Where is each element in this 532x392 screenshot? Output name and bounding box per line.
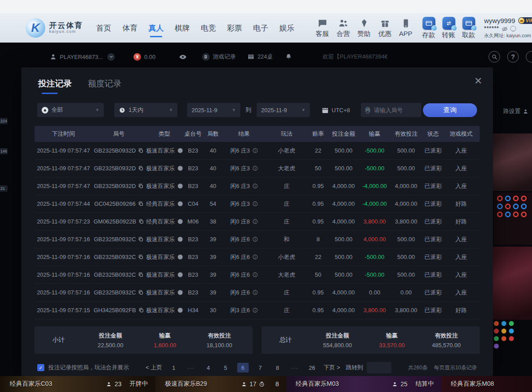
username[interactable]: wywy9999 [484,17,515,24]
table-row[interactable]: 2025-11-09 07:57:16GB2325B0932C极速百家乐B233… [35,231,480,248]
info-icon[interactable] [252,307,258,313]
query-button[interactable]: 查询 [423,103,477,117]
search-icon[interactable] [489,51,500,63]
copy-icon[interactable] [138,236,144,242]
total-box: 总计 投注金额 554,800.00 输赢 33,570.00 有效投注 485… [262,326,480,354]
date-from-select[interactable]: 2025-11-9 ▼ [187,103,240,117]
refresh-balance-icon[interactable] [510,26,516,31]
nav-item-彩票[interactable]: 彩票 [227,20,242,36]
game-category-select[interactable]: ♠ 全部 ▼ [37,103,104,117]
player-menu[interactable]: PLAYER46873... [50,53,103,60]
copy-icon[interactable] [138,183,144,189]
info-icon[interactable] [252,272,258,278]
table-row[interactable]: 2025-11-09 07:57:16GB2325B0932C极速百家乐B233… [35,284,480,302]
merge-checkbox[interactable]: ✓ [37,364,44,371]
page-8[interactable]: 8 [272,363,283,372]
nav-item-体育[interactable]: 体育 [122,20,137,36]
copy-icon[interactable] [138,254,144,260]
date-from-value: 2025-11-9 [192,107,217,114]
jump-page-input[interactable] [367,362,391,373]
round-search-field[interactable]: 局 [361,103,421,117]
wallet-action-取款[interactable]: 取款 [462,17,475,39]
cell-bet-time: 2025-11-09 07:57:15 [35,307,92,314]
prev-page-button[interactable]: < 上页 [146,364,162,372]
copy-icon[interactable] [138,307,144,313]
period-select[interactable]: 1天内 ▼ [114,103,177,117]
cell-bet-amount: 4,000.00 [328,289,359,296]
tab-额度记录[interactable]: 额度记录 [88,78,121,94]
brand-logo[interactable]: K 开云体育 kaiyun.com [26,18,83,38]
nav-item-棋牌[interactable]: 棋牌 [175,20,190,36]
table-row[interactable]: 2025-11-09 07:57:47GB2325B0932D极速百家乐B234… [35,142,480,160]
quick-link-label: 客服 [316,30,329,38]
cell-status: 已派彩 [422,200,444,208]
settings-icon[interactable] [526,51,532,63]
quick-link-合营[interactable]: 合营 [336,18,350,38]
person-icon [50,53,57,60]
copy-icon[interactable] [138,272,144,278]
page-1[interactable]: 1 [168,363,180,372]
total-winloss-label: 输赢 [386,332,398,340]
quick-link-APP[interactable]: APP [399,18,412,38]
column-header: 游戏模式 [444,130,478,138]
info-icon[interactable] [252,290,258,295]
info-icon[interactable] [252,183,258,189]
nav-item-电子[interactable]: 电子 [253,20,268,36]
cell-round-no: 39 [203,271,223,278]
live-table-tile[interactable]: 极速百家乐B29178 [155,376,286,392]
copy-icon[interactable] [138,201,144,207]
copy-icon[interactable] [138,290,144,295]
table-row[interactable]: 2025-11-09 07:57:44GC0425B09266经典百家乐C045… [35,195,480,213]
info-icon[interactable] [252,201,258,207]
cell-game-mode: 入座 [444,147,478,155]
page-26[interactable]: 26 [306,363,318,372]
result-dots-fragment [494,321,520,374]
timezone-display[interactable]: UTC+8 [321,106,350,114]
date-to-select[interactable]: 2025-11-9 ▼ [257,103,310,117]
nav-item-娱乐[interactable]: 娱乐 [279,20,294,36]
wallet-action-存款[interactable]: 存款 [422,17,435,39]
info-icon[interactable] [252,254,258,260]
wallet-action-转账[interactable]: 转账 [442,17,455,39]
next-page-button[interactable]: 下页 > [324,364,340,372]
info-icon[interactable] [252,219,258,224]
info-icon[interactable] [252,148,258,153]
quick-link-赞助[interactable]: 赞助 [357,18,371,38]
page-5[interactable]: 5 [220,363,231,372]
table-row[interactable]: 2025-11-09 07:57:16GB2325B0932C极速百家乐B233… [35,248,480,266]
tab-投注记录[interactable]: 投注记录 [38,78,72,94]
live-table-tile[interactable]: 经典百家乐M0325结算中 [286,376,441,392]
nav-item-首页[interactable]: 首页 [96,20,111,36]
close-icon[interactable]: ✕ [474,76,482,86]
table-row[interactable]: 2025-11-09 07:57:15GH3425B092FB极速百家乐H343… [35,302,480,319]
game-records-button[interactable]: 游戏记录 [202,53,236,61]
chevron-down-icon[interactable] [107,53,115,61]
eye-off-icon[interactable] [502,26,508,31]
page-4[interactable]: 4 [203,363,214,372]
copy-icon[interactable] [138,219,144,224]
page-6[interactable]: 6 [237,363,249,372]
info-icon[interactable] [252,236,258,242]
eye-icon[interactable] [179,53,187,61]
table-row[interactable]: 2025-11-09 07:57:23GM0625B0922B经典百家乐M063… [35,213,480,231]
quick-link-客服[interactable]: 客服 [316,18,329,38]
table-row[interactable]: 2025-11-09 07:57:16GB2325B0932C极速百家乐B233… [35,266,480,284]
live-table-tile[interactable]: 经典百家乐C0323开牌中 [0,376,155,392]
table-row[interactable]: 2025-11-09 07:57:47GB2325B0932D极速百家乐B234… [35,177,480,195]
round-search-input[interactable] [373,106,417,114]
help-icon[interactable]: ? [507,51,519,63]
live-table-tile[interactable]: 经典百家乐M08 [441,376,532,392]
wallet-badge-icon [471,25,477,31]
copy-icon[interactable] [138,148,144,153]
tables-button[interactable]: 224桌 [247,53,273,61]
copy-icon[interactable] [138,165,144,171]
table-row[interactable]: 2025-11-09 07:57:47GB2325B0932D极速百家乐B234… [35,160,480,177]
cell-play-type: 庄 [265,218,308,226]
nav-item-电竞[interactable]: 电竞 [201,20,216,36]
nav-item-真人[interactable]: 真人 [149,20,164,36]
bell-icon[interactable] [285,53,292,60]
quick-link-优惠[interactable]: 优惠 [378,18,391,38]
info-icon[interactable] [252,165,258,171]
page-7[interactable]: 7 [254,363,266,372]
cell-play-type: 庄 [265,200,308,208]
